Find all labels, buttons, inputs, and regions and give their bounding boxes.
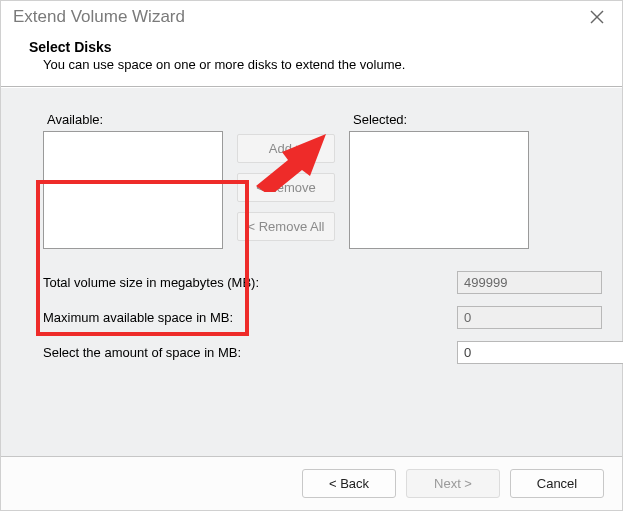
max-space-row: Maximum available space in MB: 0 xyxy=(43,306,602,329)
wizard-body: Available: Add > < Remove < Remove All S… xyxy=(1,87,622,456)
wizard-header: Select Disks You can use space on one or… xyxy=(1,33,622,87)
available-listbox[interactable] xyxy=(43,131,223,249)
amount-row: Select the amount of space in MB: ▲ ▼ xyxy=(43,341,602,364)
next-button[interactable]: Next > xyxy=(406,469,500,498)
window-title: Extend Volume Wizard xyxy=(13,7,185,27)
available-label: Available: xyxy=(47,112,223,127)
wizard-window: Extend Volume Wizard Select Disks You ca… xyxy=(0,0,623,511)
total-size-label: Total volume size in megabytes (MB): xyxy=(43,275,259,290)
back-button[interactable]: < Back xyxy=(302,469,396,498)
remove-all-button[interactable]: < Remove All xyxy=(237,212,335,241)
add-button[interactable]: Add > xyxy=(237,134,335,163)
amount-label: Select the amount of space in MB: xyxy=(43,345,241,360)
total-size-field: 499999 xyxy=(457,271,602,294)
page-title: Select Disks xyxy=(29,39,598,55)
selected-label: Selected: xyxy=(353,112,529,127)
selected-column: Selected: xyxy=(349,112,529,249)
amount-input[interactable] xyxy=(457,341,623,364)
size-form: Total volume size in megabytes (MB): 499… xyxy=(43,271,602,364)
wizard-footer: < Back Next > Cancel xyxy=(1,456,622,510)
max-space-label: Maximum available space in MB: xyxy=(43,310,233,325)
titlebar: Extend Volume Wizard xyxy=(1,1,622,33)
page-subtitle: You can use space on one or more disks t… xyxy=(43,57,598,72)
selected-listbox[interactable] xyxy=(349,131,529,249)
remove-button[interactable]: < Remove xyxy=(237,173,335,202)
close-icon[interactable] xyxy=(590,10,604,24)
transfer-buttons: Add > < Remove < Remove All xyxy=(237,134,335,241)
available-column: Available: xyxy=(43,112,223,249)
cancel-button[interactable]: Cancel xyxy=(510,469,604,498)
amount-spinner[interactable]: ▲ ▼ xyxy=(457,341,602,364)
max-space-field: 0 xyxy=(457,306,602,329)
lists-row: Available: Add > < Remove < Remove All S… xyxy=(43,112,602,249)
total-size-row: Total volume size in megabytes (MB): 499… xyxy=(43,271,602,294)
